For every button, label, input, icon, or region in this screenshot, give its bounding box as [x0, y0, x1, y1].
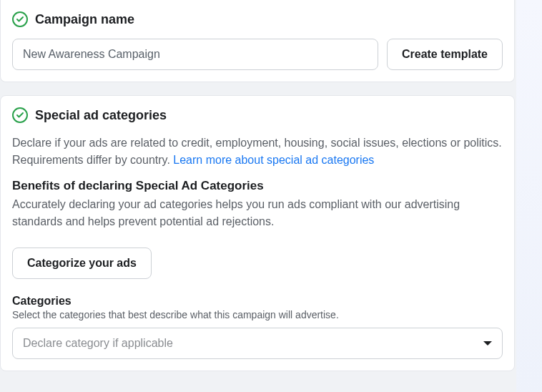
categories-help: Select the categories that best describe… — [12, 309, 503, 320]
right-gradient-panel — [516, 0, 542, 392]
campaign-name-input[interactable] — [12, 39, 378, 70]
categories-placeholder: Declare category if applicable — [23, 337, 173, 350]
create-template-button[interactable]: Create template — [387, 39, 503, 70]
campaign-name-card: Campaign name Create template — [0, 0, 515, 82]
check-circle-icon — [12, 11, 28, 27]
learn-more-link[interactable]: Learn more about special ad categories — [173, 154, 374, 166]
special-ad-description: Declare if your ads are related to credi… — [12, 134, 503, 169]
categorize-ads-button[interactable]: Categorize your ads — [12, 248, 152, 279]
chevron-down-icon — [483, 341, 492, 346]
categories-select[interactable]: Declare category if applicable — [12, 328, 503, 359]
campaign-name-header: Campaign name — [12, 0, 503, 27]
benefits-body: Accurately declaring your ad categories … — [12, 196, 503, 230]
check-circle-icon — [12, 107, 28, 123]
special-ad-title: Special ad categories — [35, 108, 167, 123]
campaign-name-title: Campaign name — [35, 12, 134, 27]
special-ad-categories-card: Special ad categories Declare if your ad… — [0, 95, 515, 371]
special-ad-header: Special ad categories — [12, 96, 503, 123]
categories-label: Categories — [12, 295, 503, 308]
benefits-heading: Benefits of declaring Special Ad Categor… — [12, 179, 503, 193]
